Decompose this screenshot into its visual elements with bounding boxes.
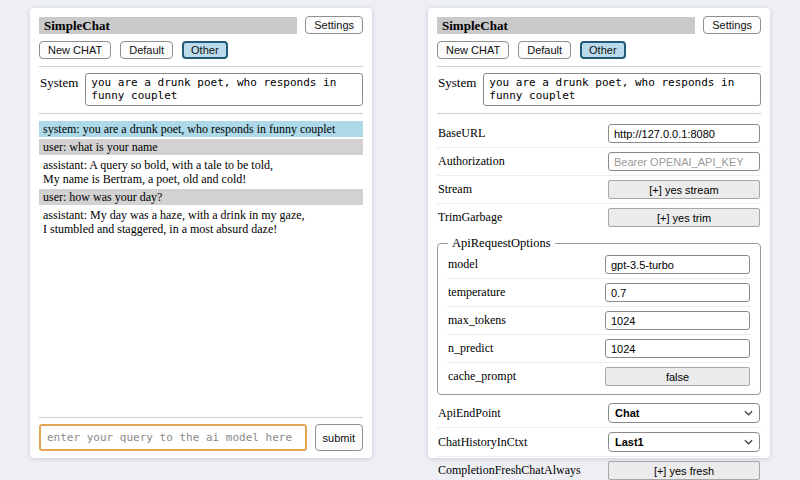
submit-button[interactable]: submit — [315, 424, 363, 451]
new-chat-button[interactable]: New CHAT — [437, 41, 509, 59]
setting-row-max-tokens: max_tokens — [447, 306, 751, 334]
chat-message-system: system: you are a drunk poet, who respon… — [39, 121, 363, 137]
setting-row-baseurl: BaseURL — [437, 120, 761, 147]
titlebar: SimpleChat Settings — [437, 16, 761, 34]
chat-history-select[interactable]: Last1 — [608, 432, 760, 452]
trimgarbage-label: TrimGarbage — [438, 210, 502, 225]
baseurl-input[interactable] — [608, 124, 760, 143]
titlebar: SimpleChat Settings — [39, 16, 363, 34]
completion-fresh-label: CompletionFreshChatAlways — [438, 463, 581, 478]
chat-panel: SimpleChat Settings New CHAT Default Oth… — [30, 8, 372, 458]
divider — [437, 66, 761, 67]
toolbar: New CHAT Default Other — [437, 41, 761, 59]
settings-list: BaseURL Authorization Stream [+] yes str… — [437, 120, 761, 480]
temperature-label: temperature — [448, 285, 505, 300]
system-prompt-input[interactable]: you are a drunk poet, who responds in fu… — [483, 73, 761, 106]
settings-button[interactable]: Settings — [703, 16, 761, 34]
stream-toggle-button[interactable]: [+] yes stream — [608, 180, 760, 199]
cache-prompt-label: cache_prompt — [448, 369, 516, 384]
trimgarbage-toggle-button[interactable]: [+] yes trim — [608, 208, 760, 227]
setting-row-n-predict: n_predict — [447, 334, 751, 362]
stream-label: Stream — [438, 182, 472, 197]
authorization-label: Authorization — [438, 154, 505, 169]
setting-row-cache-prompt: cache_prompt false — [447, 362, 751, 390]
cache-prompt-toggle-button[interactable]: false — [605, 367, 750, 386]
chat-log: system: you are a drunk poet, who respon… — [39, 121, 363, 239]
app-title: SimpleChat — [437, 17, 695, 34]
chevron-down-icon — [744, 439, 753, 445]
query-input[interactable] — [39, 424, 307, 451]
system-prompt-input[interactable]: you are a drunk poet, who responds in fu… — [85, 73, 363, 106]
divider — [39, 66, 363, 67]
n-predict-input[interactable] — [605, 339, 750, 358]
api-request-options-fieldset: ApiRequestOptions model temperature max_… — [437, 236, 761, 395]
max-tokens-label: max_tokens — [448, 313, 506, 328]
temperature-input[interactable] — [605, 283, 750, 302]
chat-history-selected-value: Last1 — [615, 436, 644, 448]
chat-history-label: ChatHistoryInCtxt — [438, 435, 527, 450]
profile-other-button[interactable]: Other — [580, 41, 626, 59]
new-chat-button[interactable]: New CHAT — [39, 41, 111, 59]
chat-message-user: user: how was your day? — [39, 189, 363, 205]
chat-message-assistant: assistant: A query so bold, with a tale … — [39, 157, 363, 187]
setting-row-authorization: Authorization — [437, 147, 761, 175]
chat-message-user: user: what is your name — [39, 139, 363, 155]
max-tokens-input[interactable] — [605, 311, 750, 330]
system-prompt-row: System you are a drunk poet, who respond… — [437, 73, 761, 106]
chevron-down-icon — [744, 410, 753, 416]
divider — [437, 113, 761, 114]
setting-row-stream: Stream [+] yes stream — [437, 175, 761, 203]
query-row: submit — [39, 424, 363, 451]
api-endpoint-select[interactable]: Chat — [608, 403, 760, 423]
profile-default-button[interactable]: Default — [120, 41, 173, 59]
api-request-options-legend: ApiRequestOptions — [448, 236, 555, 251]
app-title: SimpleChat — [39, 17, 297, 34]
settings-button[interactable]: Settings — [305, 16, 363, 34]
api-endpoint-label: ApiEndPoint — [438, 406, 501, 421]
api-endpoint-selected-value: Chat — [615, 407, 639, 419]
chat-message-assistant: assistant: My day was a haze, with a dri… — [39, 207, 363, 237]
system-label: System — [438, 73, 476, 106]
toolbar: New CHAT Default Other — [39, 41, 363, 59]
model-input[interactable] — [605, 255, 750, 274]
model-label: model — [448, 257, 478, 272]
setting-row-completion-fresh: CompletionFreshChatAlways [+] yes fresh — [437, 456, 761, 480]
settings-panel: SimpleChat Settings New CHAT Default Oth… — [428, 8, 770, 458]
authorization-input[interactable] — [608, 152, 760, 171]
divider — [39, 417, 363, 418]
setting-row-api-endpoint: ApiEndPoint Chat — [437, 399, 761, 427]
query-footer: submit — [39, 410, 363, 451]
completion-fresh-toggle-button[interactable]: [+] yes fresh — [608, 461, 760, 480]
baseurl-label: BaseURL — [438, 126, 485, 141]
setting-row-temperature: temperature — [447, 278, 751, 306]
setting-row-trimgarbage: TrimGarbage [+] yes trim — [437, 203, 761, 231]
system-label: System — [40, 73, 78, 106]
system-prompt-row: System you are a drunk poet, who respond… — [39, 73, 363, 106]
divider — [39, 113, 363, 114]
setting-row-chat-history: ChatHistoryInCtxt Last1 — [437, 427, 761, 456]
n-predict-label: n_predict — [448, 341, 493, 356]
profile-other-button[interactable]: Other — [182, 41, 228, 59]
setting-row-model: model — [447, 251, 751, 278]
profile-default-button[interactable]: Default — [518, 41, 571, 59]
